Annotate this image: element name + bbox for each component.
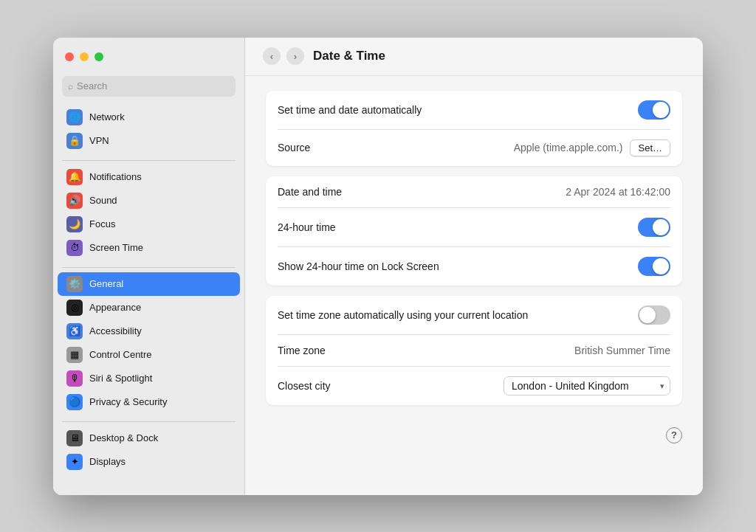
sidebar-item-vpn[interactable]: 🔒 VPN [58, 129, 240, 153]
sidebar-label-sound: Sound [89, 195, 117, 206]
sidebar-item-screen-time[interactable]: ⏱ Screen Time [58, 236, 240, 260]
setting-row-24hour: 24-hour time [278, 208, 670, 247]
auto-timezone-label: Set time zone automatically using your c… [278, 309, 528, 321]
sidebar-label-siri-spotlight: Siri & Spotlight [89, 373, 152, 384]
sidebar-section-general: ⚙️ General ◎ Appearance ♿ Accessibility … [53, 272, 244, 414]
sidebar-item-siri-spotlight[interactable]: 🎙 Siri & Spotlight [58, 367, 240, 390]
help-button[interactable]: ? [666, 427, 682, 443]
sidebar-item-accessibility[interactable]: ♿ Accessibility [58, 319, 240, 343]
sidebar-label-privacy-security: Privacy & Security [89, 396, 167, 407]
divider-2 [62, 267, 236, 268]
timezone-label: Time zone [278, 345, 326, 356]
sidebar-item-sound[interactable]: 🔊 Sound [58, 189, 240, 213]
toggle-knob [653, 102, 669, 118]
sound-icon: 🔊 [66, 193, 83, 209]
content-area: Set time and date automatically Source A… [245, 76, 703, 495]
desktop-dock-icon: 🖥 [66, 430, 83, 446]
minimize-button[interactable] [80, 52, 89, 61]
sidebar-item-desktop-dock[interactable]: 🖥 Desktop & Dock [58, 426, 240, 450]
setting-row-source: Source Apple (time.apple.com.) Set… [278, 130, 670, 166]
setting-row-date-time: Date and time 2 Apr 2024 at 16:42:00 [278, 176, 670, 208]
sidebar-label-vpn: VPN [89, 135, 109, 146]
setting-row-lock-screen-24: Show 24-hour time on Lock Screen [278, 247, 670, 286]
appearance-icon: ◎ [66, 300, 83, 316]
back-button[interactable]: ‹ [263, 47, 281, 65]
screen-time-icon: ⏱ [66, 240, 83, 256]
search-icon: ⌕ [68, 81, 73, 91]
sidebar-item-network[interactable]: 🌐 Network [58, 106, 240, 129]
source-right: Apple (time.apple.com.) Set… [514, 139, 670, 156]
main-window: ⌕ Search 🌐 Network 🔒 VPN 🔔 Notifications… [53, 38, 703, 495]
titlebar [53, 38, 244, 76]
sidebar-label-network: Network [89, 111, 125, 122]
sidebar-label-control-centre: Control Centre [89, 349, 152, 360]
divider-3 [62, 421, 236, 422]
toggle-knob-4 [639, 307, 656, 323]
auto-time-toggle[interactable] [638, 100, 670, 120]
setting-row-auto-time: Set time and date automatically [278, 91, 670, 130]
source-value: Apple (time.apple.com.) [514, 142, 623, 153]
notifications-icon: 🔔 [66, 169, 83, 185]
network-icon: 🌐 [66, 109, 83, 125]
privacy-icon: 🔵 [66, 394, 83, 410]
forward-button[interactable]: › [286, 47, 304, 65]
setting-row-closest-city: Closest city London - United Kingdom Edi… [278, 367, 670, 405]
24hour-label: 24-hour time [278, 221, 336, 233]
settings-sections: Set time and date automatically Source A… [266, 91, 682, 415]
settings-group-3: Set time zone automatically using your c… [266, 296, 682, 405]
search-bar[interactable]: ⌕ Search [62, 76, 236, 97]
auto-timezone-toggle[interactable] [638, 305, 670, 325]
siri-icon: 🎙 [66, 370, 83, 387]
sidebar-item-appearance[interactable]: ◎ Appearance [58, 296, 240, 319]
sidebar-item-control-centre[interactable]: ▦ Control Centre [58, 343, 240, 367]
sidebar-item-focus[interactable]: 🌙 Focus [58, 213, 240, 236]
vpn-icon: 🔒 [66, 133, 83, 149]
focus-icon: 🌙 [66, 216, 83, 232]
setting-row-auto-timezone: Set time zone automatically using your c… [278, 296, 670, 335]
sidebar-item-displays[interactable]: ✦ Displays [58, 450, 240, 474]
source-set-button[interactable]: Set… [630, 139, 670, 156]
sidebar-label-focus: Focus [89, 218, 115, 229]
accessibility-icon: ♿ [66, 323, 83, 339]
date-time-value: 2 Apr 2024 at 16:42:00 [566, 186, 670, 198]
settings-group-1: Set time and date automatically Source A… [266, 91, 682, 166]
sidebar-item-notifications[interactable]: 🔔 Notifications [58, 165, 240, 189]
settings-group-2: Date and time 2 Apr 2024 at 16:42:00 24-… [266, 176, 682, 286]
toggle-knob-3 [653, 258, 669, 274]
sidebar-item-general[interactable]: ⚙️ General [58, 272, 240, 296]
sidebar-label-desktop-dock: Desktop & Dock [89, 432, 158, 443]
source-label: Source [278, 142, 310, 153]
page-title: Date & Time [313, 49, 385, 63]
sidebar-label-general: General [89, 278, 123, 289]
maximize-button[interactable] [94, 52, 103, 61]
sidebar-label-screen-time: Screen Time [89, 242, 143, 253]
sidebar-label-appearance: Appearance [89, 302, 141, 313]
displays-icon: ✦ [66, 454, 83, 470]
setting-row-timezone: Time zone British Summer Time [278, 335, 670, 367]
sidebar-section-desktop: 🖥 Desktop & Dock ✦ Displays [53, 426, 244, 474]
sidebar-section-notifications: 🔔 Notifications 🔊 Sound 🌙 Focus ⏱ Screen… [53, 165, 244, 260]
closest-city-label: Closest city [278, 380, 331, 392]
auto-time-label: Set time and date automatically [278, 104, 422, 116]
closest-city-dropdown[interactable]: London - United Kingdom Edinburgh - Unit… [504, 376, 670, 395]
general-icon: ⚙️ [66, 276, 83, 292]
closest-city-dropdown-wrapper: London - United Kingdom Edinburgh - Unit… [504, 376, 670, 395]
main-content: ‹ › Date & Time Set time and date automa… [245, 38, 703, 495]
date-time-label: Date and time [278, 186, 342, 198]
24hour-toggle[interactable] [638, 218, 670, 237]
sidebar-section-network: 🌐 Network 🔒 VPN [53, 106, 244, 153]
sidebar-label-notifications: Notifications [89, 171, 142, 182]
divider-1 [62, 160, 236, 161]
sidebar: ⌕ Search 🌐 Network 🔒 VPN 🔔 Notifications… [53, 38, 245, 495]
close-button[interactable] [65, 52, 74, 61]
sidebar-label-accessibility: Accessibility [89, 325, 142, 336]
toggle-knob-2 [653, 219, 669, 235]
lock-screen-24-toggle[interactable] [638, 257, 670, 276]
main-header: ‹ › Date & Time [245, 38, 703, 76]
sidebar-label-displays: Displays [89, 456, 126, 467]
search-placeholder: Search [77, 80, 107, 91]
control-centre-icon: ▦ [66, 347, 83, 363]
lock-screen-24-label: Show 24-hour time on Lock Screen [278, 260, 439, 272]
timezone-value: British Summer Time [574, 345, 670, 356]
sidebar-item-privacy-security[interactable]: 🔵 Privacy & Security [58, 390, 240, 414]
